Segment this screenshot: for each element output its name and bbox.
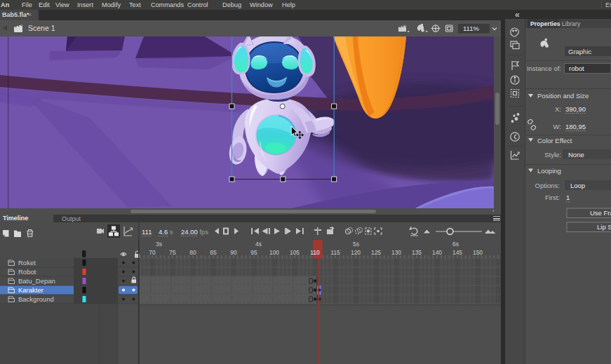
svg-text:Robot: Robot — [18, 268, 36, 276]
svg-text:Instance of:: Instance of: — [527, 65, 561, 72]
svg-text:Roket: Roket — [18, 259, 36, 267]
svg-text:Options:: Options: — [535, 182, 560, 189]
svg-text:125: 125 — [371, 249, 381, 256]
svg-text:110: 110 — [310, 249, 320, 256]
svg-text:130: 130 — [391, 249, 401, 256]
svg-text:120: 120 — [351, 249, 361, 256]
svg-text:Loop: Loop — [570, 182, 585, 189]
svg-text:X:: X: — [555, 105, 561, 113]
svg-text:4s: 4s — [255, 241, 262, 248]
svg-text:115: 115 — [330, 249, 340, 256]
svg-text:Karakter: Karakter — [18, 286, 43, 294]
svg-text:150: 150 — [473, 249, 483, 256]
svg-text:390,90: 390,90 — [565, 105, 586, 113]
svg-text:3s: 3s — [156, 241, 162, 248]
svg-text:Lip S: Lip S — [597, 223, 611, 231]
svg-text:100: 100 — [269, 249, 279, 256]
svg-text:135: 135 — [412, 249, 422, 256]
svg-text:70: 70 — [149, 249, 156, 256]
svg-text:robot: robot — [569, 65, 584, 72]
svg-text:Scene 1: Scene 1 — [28, 24, 55, 32]
svg-text:111: 111 — [142, 228, 152, 236]
svg-text:5s: 5s — [353, 241, 359, 248]
svg-text:Style:: Style: — [544, 151, 561, 159]
svg-text:None: None — [568, 151, 584, 159]
svg-text:140: 140 — [432, 249, 442, 256]
svg-text:80: 80 — [189, 249, 196, 256]
svg-text:Use Fra: Use Fra — [590, 209, 611, 217]
svg-text:1: 1 — [566, 194, 570, 201]
svg-text:95: 95 — [250, 249, 257, 256]
svg-text:4.6 s: 4.6 s — [159, 228, 173, 236]
svg-text:85: 85 — [210, 249, 217, 256]
svg-text:24.00 fps: 24.00 fps — [181, 228, 208, 236]
svg-text:180,95: 180,95 — [565, 123, 586, 130]
svg-text:Position and Size: Position and Size — [537, 92, 589, 100]
svg-text:Graphic: Graphic — [568, 48, 592, 55]
svg-text:Color Effect: Color Effect — [537, 137, 572, 144]
svg-text:105: 105 — [290, 249, 300, 256]
svg-text:145: 145 — [452, 249, 462, 256]
svg-text:First:: First: — [545, 194, 560, 201]
svg-text:111%: 111% — [463, 25, 479, 32]
svg-text:Looping: Looping — [537, 167, 561, 175]
svg-text:6s: 6s — [452, 241, 459, 248]
svg-text:W:: W: — [553, 123, 561, 130]
svg-text:Batu_Depan: Batu_Depan — [18, 277, 55, 285]
svg-text:Library: Library — [562, 20, 581, 27]
svg-text:90: 90 — [230, 249, 237, 256]
svg-text:Properties: Properties — [530, 20, 560, 27]
svg-text:Background: Background — [18, 295, 54, 303]
svg-text:75: 75 — [169, 249, 176, 256]
